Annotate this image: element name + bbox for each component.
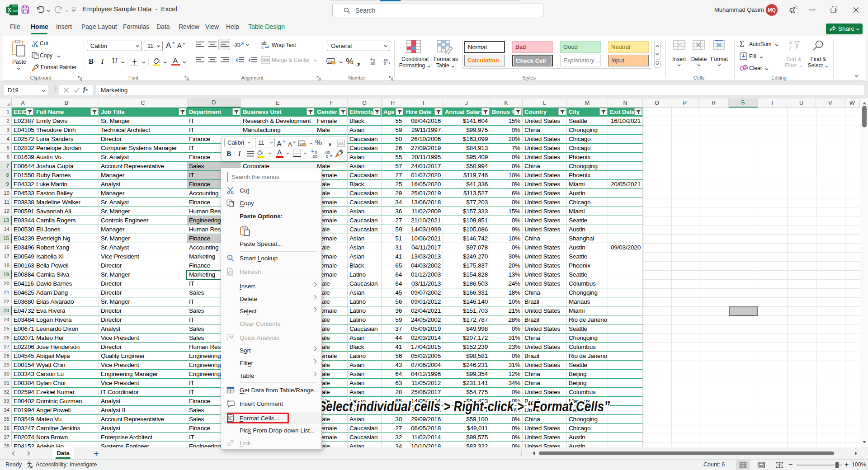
svg-text:A: A: [277, 140, 282, 148]
svg-text:0: 0: [326, 154, 328, 158]
svg-text:.00: .00: [370, 61, 375, 66]
svg-text:A: A: [177, 42, 182, 49]
svg-text:A: A: [789, 40, 793, 45]
svg-text:A: A: [288, 141, 292, 148]
svg-text:Z: Z: [789, 46, 792, 51]
svg-text:co: co: [299, 141, 303, 146]
svg-text:Select individual cells > Righ: Select individual cells > Right-click > …: [318, 398, 610, 414]
svg-text:A: A: [166, 41, 171, 50]
svg-text:X: X: [8, 7, 11, 13]
svg-text:.00: .00: [311, 154, 317, 158]
svg-text:0: 0: [384, 61, 386, 66]
svg-text:ab: ab: [234, 42, 241, 48]
svg-text:c: c: [261, 45, 264, 50]
